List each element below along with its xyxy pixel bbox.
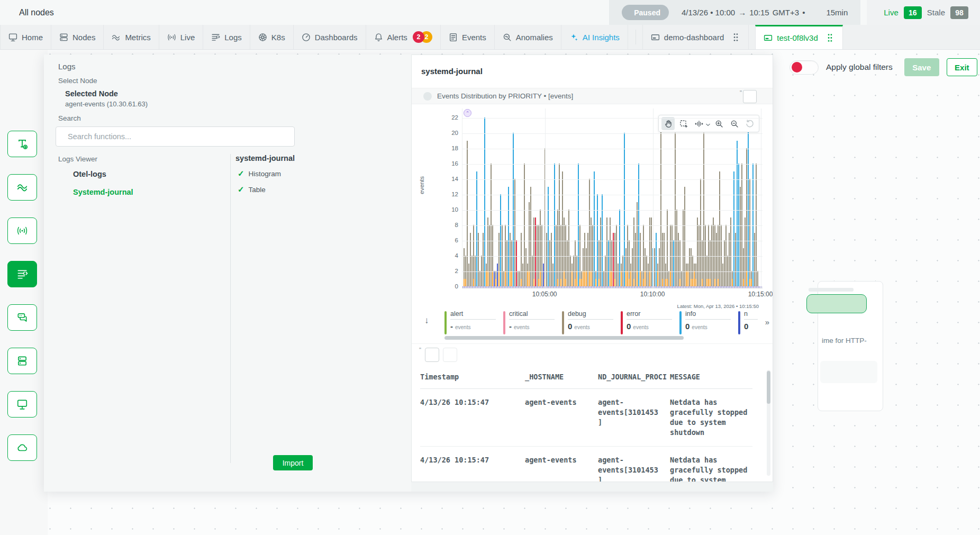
gridline — [462, 271, 763, 272]
table-option[interactable]: ✓Table — [238, 185, 266, 194]
anomaly-marker-icon[interactable]: ⌃ — [464, 109, 471, 117]
column-header[interactable]: ND_JOURNAL_PROCI — [598, 373, 660, 381]
histogram-bar — [495, 271, 496, 286]
table-row[interactable]: 4/13/26 10:15:47agent-eventsagent-events… — [420, 389, 752, 438]
legend-item-n[interactable]: n0 — [738, 310, 758, 335]
dashboard-tab-test-0f8lv3d[interactable]: test-0f8lv3d — [755, 25, 843, 49]
tab-nodes[interactable]: Nodes — [51, 25, 104, 49]
tab-live[interactable]: Live — [159, 25, 204, 49]
histogram-bar — [649, 217, 650, 287]
legend-item-critical[interactable]: critical-events — [503, 310, 555, 335]
horizontal-zoom-tool-icon[interactable] — [692, 117, 705, 130]
histogram-plot[interactable]: ⌃ — [462, 108, 763, 288]
save-button[interactable]: Save — [904, 58, 939, 76]
viewer-item-otel-logs[interactable]: Otel-logs — [73, 170, 106, 178]
selected-node-value[interactable]: agent-events (10.30.61.63) — [65, 100, 148, 108]
histogram-bar — [672, 225, 673, 286]
tab-k8s[interactable]: K8s — [250, 25, 294, 49]
zoom-in-tool-icon[interactable] — [712, 117, 725, 130]
pause-button[interactable]: Paused — [622, 5, 669, 20]
histogram-bar — [737, 141, 738, 287]
reset-tool-icon[interactable] — [743, 117, 756, 130]
column-header[interactable]: _HOSTNAME — [525, 373, 588, 381]
table-scrollbar-thumb[interactable] — [767, 371, 770, 404]
tab-anomalies[interactable]: Anomalies — [495, 25, 561, 49]
legend-item-alert[interactable]: alert-events — [444, 310, 496, 335]
pan-tool-icon[interactable] — [661, 117, 675, 130]
live-label[interactable]: Live — [884, 8, 899, 17]
histogram-bar — [481, 256, 482, 286]
histogram-bar — [748, 125, 749, 287]
histogram-bar — [698, 225, 700, 286]
sidebar-monitor-tool[interactable] — [7, 391, 37, 418]
legend-item-error[interactable]: error0events — [621, 310, 672, 335]
dashboard-tab-demo-dashboard[interactable]: demo-dashboard — [642, 25, 749, 49]
timezone-label[interactable]: GMT+3 — [773, 8, 799, 17]
live-count-badge[interactable]: 16 — [904, 6, 922, 19]
chart-header[interactable]: Events Distribution by PRIORITY • [event… — [412, 88, 773, 104]
legend-name: debug — [568, 310, 613, 320]
sidebar-add-chart-tool[interactable] — [7, 174, 37, 201]
tab-dashboards[interactable]: Dashboards — [294, 25, 366, 49]
box-select-tool-icon[interactable] — [677, 117, 690, 130]
stale-count-badge[interactable]: 98 — [950, 6, 968, 19]
histogram-bar — [625, 248, 627, 287]
zoom-out-tool-icon[interactable] — [728, 117, 741, 130]
sidebar-add-text-tool[interactable] — [7, 131, 37, 157]
histogram-bar — [714, 225, 715, 286]
sidebar-live-tool[interactable] — [7, 217, 37, 244]
tab-metrics[interactable]: Metrics — [104, 25, 159, 49]
table-row[interactable]: 4/13/26 10:15:47agent-eventsagent-events… — [420, 446, 752, 482]
partial-green-button[interactable] — [806, 294, 867, 313]
background-partial-card: ime for HTTP- — [818, 281, 883, 411]
drag-handle-icon[interactable] — [731, 33, 740, 42]
tab-logs[interactable]: Logs — [203, 25, 250, 49]
histogram-bar — [756, 164, 757, 286]
selected-node-title[interactable]: Selected Node — [65, 89, 118, 98]
table-cell: Netdata has gracefully stopped due to sy… — [670, 397, 749, 438]
tab-ai-insights[interactable]: AI Insights — [561, 25, 628, 49]
histogram-bar — [524, 164, 525, 286]
tab-alerts[interactable]: Alerts22 — [366, 25, 441, 49]
legend-more-chevron-icon[interactable]: » — [765, 318, 769, 327]
tab-home[interactable]: Home — [0, 25, 51, 49]
column-header[interactable]: Timestamp — [420, 373, 515, 381]
legend-item-info[interactable]: info0events — [679, 310, 731, 335]
viewer-item-systemd-journal[interactable]: Systemd-journal — [73, 188, 133, 196]
legend-name: alert — [450, 310, 496, 320]
legend-collapse-arrow-icon[interactable]: ↓ — [424, 315, 429, 326]
legend-unit: events — [574, 324, 589, 330]
table-scrollbar[interactable] — [767, 370, 770, 476]
histogram-bar — [467, 141, 468, 287]
legend-scrollbar[interactable] — [444, 336, 684, 340]
time-range[interactable]: 4/13/26 • 10:00 → 10:15 GMT+3 • — [682, 8, 805, 17]
tab-events[interactable]: Events — [441, 25, 495, 49]
node-scope-label[interactable]: All nodes — [19, 8, 54, 17]
time-duration[interactable]: 15min — [826, 8, 848, 17]
histogram-bar — [611, 240, 612, 286]
histogram-bar — [616, 225, 617, 286]
sidebar-cloud-tool[interactable] — [7, 434, 37, 461]
chart-refresh-button[interactable] — [743, 90, 757, 103]
apply-filters-toggle[interactable] — [790, 60, 819, 75]
search-input[interactable] — [68, 132, 288, 141]
column-header[interactable]: MESSAGE — [670, 373, 749, 381]
histogram-bar — [610, 217, 611, 287]
sidebar-logs-tool[interactable] — [7, 261, 37, 287]
stale-label[interactable]: Stale — [927, 8, 945, 17]
histogram-bar — [578, 164, 579, 286]
edit-sidebar — [7, 131, 37, 461]
chevron-down-icon[interactable] — [706, 119, 710, 129]
partial-faint-box — [820, 361, 877, 383]
import-button[interactable]: Import — [273, 455, 313, 470]
histogram-option[interactable]: ✓Histogram — [238, 169, 281, 178]
drag-handle-icon[interactable] — [825, 33, 834, 42]
sidebar-nodes-tool[interactable] — [7, 348, 37, 374]
histogram-bar — [733, 171, 734, 287]
table-settings-button[interactable] — [443, 348, 457, 362]
legend-item-debug[interactable]: debug0events — [562, 310, 613, 335]
table-refresh-button[interactable] — [425, 348, 439, 362]
table-cell: Netdata has gracefully stopped due to sy… — [670, 455, 749, 482]
exit-button[interactable]: Exit — [947, 58, 977, 76]
sidebar-events-tool[interactable] — [7, 304, 37, 331]
